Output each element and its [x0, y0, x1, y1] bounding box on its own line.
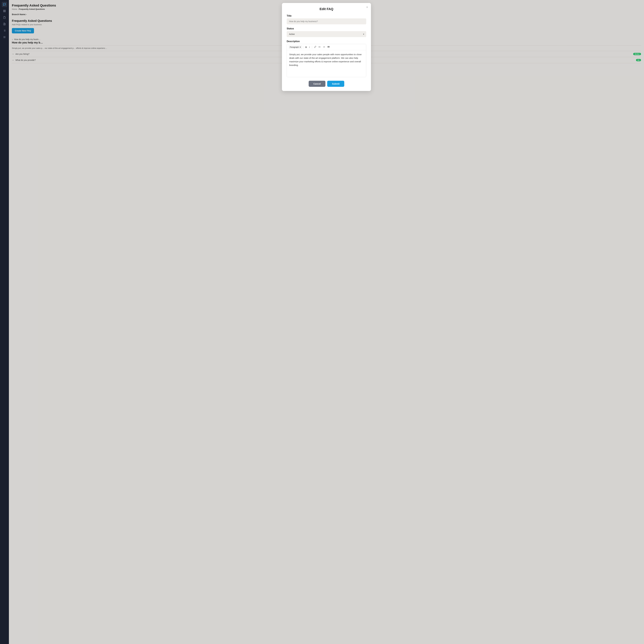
- submit-button[interactable]: Submit: [327, 81, 344, 87]
- rte-italic-button[interactable]: I: [308, 45, 311, 49]
- sidebar-icon-file[interactable]: [2, 21, 7, 27]
- main-content: Frequently Asked Questions Home - Freque…: [9, 0, 644, 644]
- rte-content[interactable]: Simply put, we provide your sales people…: [287, 50, 366, 77]
- status-label: Status: [287, 27, 366, 30]
- cancel-button[interactable]: Cancel: [309, 81, 325, 87]
- rich-text-editor: Paragraph ▾ B I: [287, 44, 366, 77]
- link-icon: [314, 46, 316, 48]
- modal-title: Edit FAQ: [287, 7, 366, 11]
- description-label: Description: [287, 40, 366, 43]
- rte-bold-button[interactable]: B: [304, 45, 308, 49]
- status-select[interactable]: Active Inactive: [287, 31, 366, 37]
- modal-footer: Cancel Submit: [287, 81, 366, 87]
- ordered-list-icon: [323, 46, 325, 48]
- rte-paragraph-label: Paragraph: [290, 46, 299, 48]
- svg-rect-1: [5, 10, 5, 11]
- sidebar-icon-chat[interactable]: [2, 2, 7, 7]
- sidebar-icon-grid[interactable]: [2, 8, 7, 14]
- sidebar: [0, 0, 9, 644]
- sidebar-icon-list2[interactable]: [2, 34, 7, 40]
- title-label: Title: [287, 15, 366, 17]
- svg-rect-0: [3, 10, 4, 11]
- rte-paragraph-select[interactable]: Paragraph ▾: [289, 45, 302, 49]
- svg-point-19: [319, 47, 319, 47]
- rte-bullet-button[interactable]: [318, 45, 322, 49]
- title-input[interactable]: [287, 18, 366, 24]
- rte-divider-1: [303, 46, 303, 49]
- edit-faq-modal: Edit FAQ × Title Status Active Inactive …: [282, 3, 371, 91]
- modal-close-button[interactable]: ×: [366, 6, 368, 9]
- sidebar-icon-list[interactable]: [2, 28, 7, 33]
- italic-icon: I: [309, 46, 310, 48]
- bold-icon: B: [305, 46, 307, 48]
- rte-ordered-button[interactable]: [322, 45, 326, 49]
- bullet-list-icon: [319, 46, 321, 48]
- svg-rect-3: [5, 11, 5, 12]
- rte-quote-button[interactable]: [327, 45, 330, 49]
- sidebar-icon-document[interactable]: [2, 15, 7, 20]
- rte-toolbar: Paragraph ▾ B I: [287, 44, 366, 50]
- rte-link-button[interactable]: [313, 45, 317, 49]
- blockquote-icon: [327, 46, 330, 48]
- status-select-wrapper: Active Inactive ▾: [287, 31, 366, 37]
- rte-paragraph-chevron: ▾: [300, 46, 301, 48]
- modal-overlay: Edit FAQ × Title Status Active Inactive …: [9, 0, 644, 644]
- svg-rect-2: [3, 11, 4, 12]
